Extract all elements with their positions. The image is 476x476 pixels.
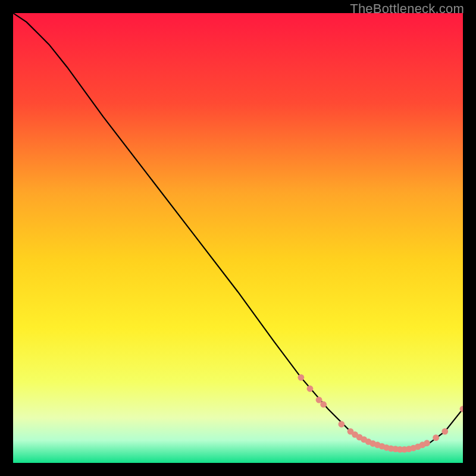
plot-area: [13, 13, 463, 463]
marker-dot: [441, 428, 448, 435]
chart-svg: [13, 13, 463, 463]
marker-dot: [298, 374, 304, 381]
marker-dot: [433, 434, 439, 441]
marker-dot: [338, 421, 345, 428]
marker-dot: [424, 440, 430, 446]
gradient-background: [13, 13, 463, 463]
marker-dot: [307, 386, 314, 392]
chart-frame: TheBottleneck.com: [0, 0, 476, 476]
marker-dot: [320, 401, 327, 408]
